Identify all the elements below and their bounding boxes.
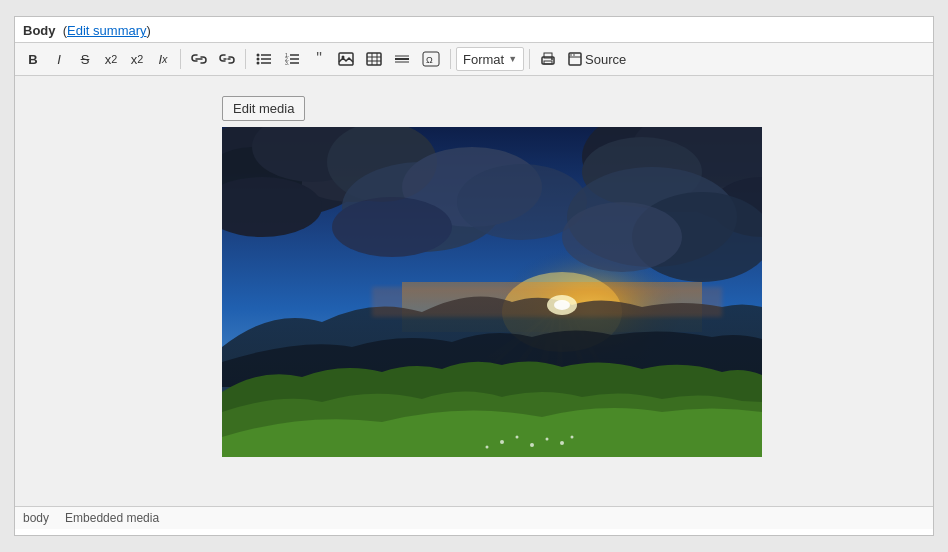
svg-rect-16 (367, 53, 381, 65)
unlink-button[interactable] (214, 47, 240, 71)
svg-point-68 (486, 446, 489, 449)
edit-summary-link[interactable]: Edit summary (67, 23, 146, 38)
svg-point-29 (551, 58, 553, 60)
editor-label: Body (Edit summary) (15, 17, 933, 42)
svg-point-2 (257, 54, 260, 57)
svg-point-67 (560, 441, 564, 445)
separator-1 (180, 49, 181, 69)
separator-3 (450, 49, 451, 69)
blockquote-button[interactable]: " (307, 47, 331, 71)
svg-text:3.: 3. (285, 60, 289, 66)
statusbar-embedded-media: Embedded media (65, 511, 159, 525)
svg-point-72 (554, 300, 570, 310)
svg-point-58 (332, 197, 452, 257)
dropdown-arrow-icon: ▼ (508, 54, 517, 64)
image-button[interactable] (333, 47, 359, 71)
superscript-button[interactable]: x2 (99, 47, 123, 71)
svg-point-4 (257, 58, 260, 61)
svg-point-69 (571, 436, 574, 439)
embedded-image (222, 127, 762, 457)
numbered-list-button[interactable]: 1. 2. 3. (279, 47, 305, 71)
strikethrough-button[interactable]: S (73, 47, 97, 71)
special-char-button[interactable]: Ω (417, 47, 445, 71)
svg-point-6 (257, 62, 260, 65)
body-label: Body (23, 23, 56, 38)
source-label: Source (585, 52, 626, 67)
separator-4 (529, 49, 530, 69)
svg-point-63 (500, 440, 504, 444)
link-button[interactable] (186, 47, 212, 71)
svg-point-64 (516, 436, 519, 439)
italic-button[interactable]: I (47, 47, 71, 71)
table-button[interactable] (361, 47, 387, 71)
bold-button[interactable]: B (21, 47, 45, 71)
svg-point-32 (570, 54, 572, 56)
editor-body[interactable]: Edit media (15, 76, 933, 506)
svg-rect-28 (544, 61, 552, 64)
svg-point-33 (573, 54, 575, 56)
toolbar: B I S x2 x2 Ix (15, 42, 933, 76)
print-button[interactable] (535, 47, 561, 71)
svg-point-62 (562, 202, 682, 272)
bullet-list-button[interactable] (251, 47, 277, 71)
svg-rect-70 (372, 287, 722, 317)
source-button[interactable]: Source (563, 47, 631, 71)
format-label: Format (463, 52, 504, 67)
edit-media-button[interactable]: Edit media (222, 96, 305, 121)
editor-container: Body (Edit summary) B I S x2 x2 Ix (14, 16, 934, 536)
svg-point-66 (546, 438, 549, 441)
clear-formatting-button[interactable]: Ix (151, 47, 175, 71)
separator-2 (245, 49, 246, 69)
statusbar-body: body (23, 511, 49, 525)
format-dropdown[interactable]: Format ▼ (456, 47, 524, 71)
subscript-button[interactable]: x2 (125, 47, 149, 71)
hr-button[interactable] (389, 47, 415, 71)
svg-point-65 (530, 443, 534, 447)
editor-statusbar: body Embedded media (15, 506, 933, 529)
svg-text:Ω: Ω (426, 55, 433, 65)
